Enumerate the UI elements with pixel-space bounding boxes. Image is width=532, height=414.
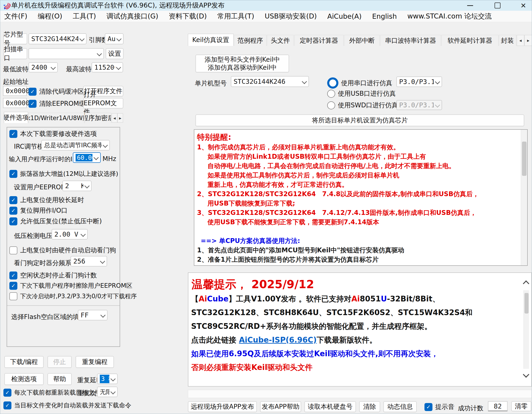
notice-scrollbar-thumb[interactable] <box>522 142 527 176</box>
tab-example-programs[interactable]: 范例程序 <box>234 35 266 46</box>
mcu-model-select[interactable]: STC32G144K246 <box>231 76 309 87</box>
lvd-select[interactable]: 2.00 V <box>52 229 88 240</box>
menu-aicube[interactable]: AiCube(A) <box>327 12 361 20</box>
menu-usb-driver[interactable]: USB驱动安装(D) <box>265 12 317 21</box>
set-emulation-chip-button[interactable]: 将所选目标单片机设置为仿真芯片 <box>195 114 524 126</box>
serial-settings-button[interactable]: 设置 <box>106 48 124 59</box>
download-program-button[interactable]: 下载/编程 <box>4 356 44 368</box>
add-to-keil-button[interactable]: 添加型号和头文件到Keil中 添加仿真器驱动到Keil中 <box>195 55 289 72</box>
tab-external-interrupt[interactable]: 外部中断 <box>344 35 380 46</box>
help-button[interactable]: 帮助 <box>48 373 72 385</box>
irc-mode-select[interactable]: 总是动态调节IRC频率 <box>41 140 110 151</box>
clear-zero-button[interactable]: 清零 <box>511 401 531 411</box>
tab-keil-emulation[interactable]: Keil仿真设置 <box>188 34 234 46</box>
reload-target-checkbox[interactable]: ✓ <box>3 389 11 397</box>
swd-emulation-radio[interactable] <box>327 101 335 109</box>
tab-scroll-right-button[interactable]: ▸ <box>117 113 123 123</box>
osc-gain-checkbox[interactable]: ✓ <box>9 170 17 178</box>
menu-common-tools[interactable]: 常用工具(T) <box>217 12 254 21</box>
read-disk-id-button[interactable]: 读取本机硬盘号 <box>304 401 356 412</box>
beep-checkbox[interactable]: ✓ <box>425 403 432 411</box>
tab-hardware-options[interactable]: 硬件选项 <box>4 112 28 123</box>
chip-model-button[interactable]: 芯片型号 <box>3 33 27 44</box>
menu-file[interactable]: 文件(F) <box>4 12 27 21</box>
auto-download-checkbox[interactable]: ✓ <box>3 401 11 409</box>
wdt-auto-checkbox[interactable] <box>9 246 17 254</box>
success-count-field[interactable]: 82 <box>488 401 508 411</box>
tab-link1d-offline-label: Link1D/Writer1A/U8W脱机 <box>28 114 84 122</box>
tab-program-encrypt[interactable]: 程序加密后 <box>85 113 111 123</box>
reset-io-checkbox[interactable]: ✓ <box>9 207 17 215</box>
notice-line: 用USB下载能恢复到正常下载; <box>197 199 519 208</box>
tab-uart-baud-calculator[interactable]: 串口波特率计算器 <box>380 35 441 46</box>
tips-segment: 下载最新版软件。 <box>317 336 377 344</box>
publish-app-help-button[interactable]: 发布APP帮助 <box>260 401 301 412</box>
menu-debug-interface[interactable]: 调试仿真接口(G) <box>106 12 158 21</box>
serial-emulation-radio[interactable] <box>327 77 338 89</box>
auto-download-label: 当目标文件变化时自动装载并发送下载命令 <box>14 401 131 409</box>
tips-scrollbar-thumb[interactable] <box>524 293 529 314</box>
wdt-div-label: 看门狗定时器分频系数 <box>14 259 78 267</box>
chevron-up-icon <box>523 280 529 287</box>
right-tab-scroll-left-button[interactable]: ◂ <box>517 35 524 46</box>
tips-scroll-up-button[interactable] <box>522 280 530 288</box>
maximize-button[interactable] <box>487 0 508 11</box>
menu-english[interactable]: English <box>372 12 397 20</box>
eeprom-start-address-input[interactable]: 0x0000 <box>3 98 27 108</box>
usb-emulation-radio[interactable] <box>327 90 335 98</box>
notice-scrollbar[interactable] <box>521 130 527 265</box>
right-tab-scroll-right-button[interactable]: ▸ <box>524 35 532 46</box>
tab-header-files[interactable]: 头文件 <box>267 35 294 46</box>
clear-code-buffer-checkbox[interactable]: ✓ <box>28 88 37 96</box>
swd-emulation-port-select[interactable]: P3.0/P3.1 <box>396 100 442 110</box>
chip-model-select[interactable]: STC32G144K246 <box>28 33 86 44</box>
start-address-label: 起始地址 <box>3 77 28 86</box>
eeprom-size-select[interactable]: 2 K <box>62 181 92 191</box>
modify-hw-checkbox[interactable]: ✓ <box>9 130 17 138</box>
code-start-address-input[interactable]: 0x0000 <box>3 86 27 96</box>
irc-freq-combobox[interactable]: 60.000 <box>73 152 101 163</box>
tips-scroll-down-button[interactable] <box>522 371 530 378</box>
flash-fill-select[interactable]: FF <box>78 310 107 320</box>
wdt-idle-checkbox[interactable]: ✓ <box>9 271 17 279</box>
tips-scrollbar[interactable] <box>523 290 529 369</box>
tab-scroll-left-button[interactable]: ◂ <box>112 113 117 123</box>
minimize-button[interactable] <box>460 0 481 11</box>
check-icon: ✓ <box>5 403 10 408</box>
chevron-down-icon <box>81 232 86 237</box>
menu-program[interactable]: 编程(O) <box>38 12 62 21</box>
tab-timer-calculator[interactable]: 定时器计算器 <box>294 35 344 46</box>
lvr-checkbox[interactable]: ✓ <box>9 217 17 225</box>
menu-downloads[interactable]: 资料下载(D) <box>169 12 207 21</box>
tab-package[interactable]: 封装 <box>499 35 516 46</box>
menu-tools[interactable]: 工具(T) <box>73 12 96 21</box>
cold-start-checkbox[interactable] <box>9 292 17 300</box>
remote-upgrade-publish-button[interactable]: 远程现场升级APP发布 <box>188 401 257 412</box>
min-baud-select[interactable]: 2400 <box>28 62 58 72</box>
pin-count-select[interactable]: Auto <box>105 33 124 44</box>
clear-eeprom-buffer-checkbox[interactable]: ✓ <box>28 100 37 108</box>
tab-link1d-offline[interactable]: Link1D/Writer1A/U8W脱机 <box>28 113 84 123</box>
erase-eeprom-checkbox[interactable]: ✓ <box>9 282 17 290</box>
serial-emulation-port-select[interactable]: P3.0/P3.1 <box>396 77 442 87</box>
check-options-button[interactable]: 检测选项 <box>4 373 44 385</box>
close-button[interactable]: ✕ <box>514 0 532 11</box>
max-baud-select[interactable]: 115200 <box>92 62 123 72</box>
tips-segment: Ai <box>352 294 360 303</box>
remote-upgrade-publish-label: 远程现场升级APP发布 <box>191 402 254 411</box>
dynamic-info-button[interactable]: 动态信息 <box>383 401 417 412</box>
menu-website-forum[interactable]: www.STCAI.com 论坛交流 <box>407 12 492 21</box>
usb-emulation-radio-row: 使用USB口进行仿真 <box>327 89 396 98</box>
tab-software-delay-calculator[interactable]: 软件延时计算器 <box>441 35 498 46</box>
repeat-count-select[interactable]: 无限 <box>97 387 118 397</box>
repeat-program-button[interactable]: 重复编程 <box>76 356 114 368</box>
scan-serial-button[interactable]: 扫描串口 <box>3 48 27 59</box>
serial-port-select[interactable] <box>28 48 104 59</box>
clear-button[interactable]: 清除 <box>359 401 380 412</box>
open-eeprom-file-button[interactable]: 打开EEPROM文件 <box>83 98 123 108</box>
wdt-div-select[interactable]: 256 <box>71 256 107 267</box>
download-link[interactable]: AiCube-ISP(6.96C) <box>239 336 317 344</box>
por-delay-checkbox[interactable]: ✓ <box>9 196 17 204</box>
repeat-delay-select[interactable]: 3 秒 <box>97 374 118 384</box>
stop-button[interactable]: 停止 <box>48 356 72 368</box>
